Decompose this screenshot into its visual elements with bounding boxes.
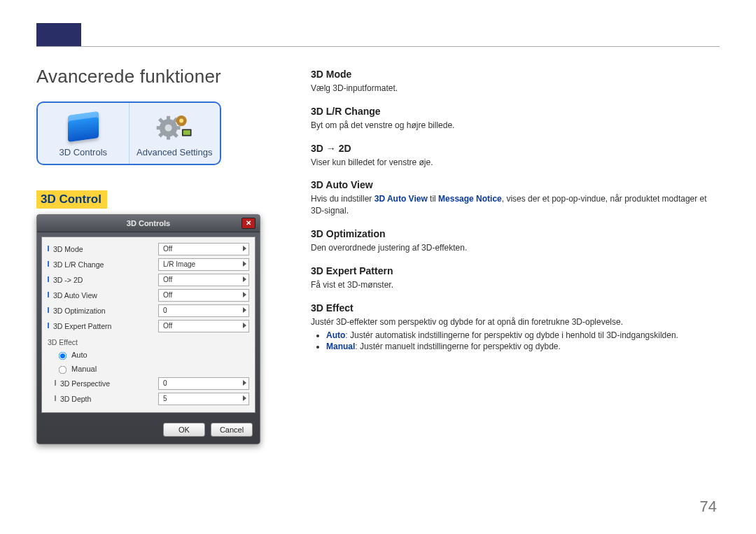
row-value[interactable]: L/R Image xyxy=(158,258,249,271)
header-tab-marker xyxy=(36,23,81,46)
svg-rect-13 xyxy=(183,130,190,135)
row-label: 3D -> 2D xyxy=(48,276,158,284)
row-label: 3D Optimization xyxy=(48,307,158,315)
list-item: Auto: Justér automatisk indstillingerne … xyxy=(326,330,714,340)
heading-3d-lr-change: 3D L/R Change xyxy=(311,106,714,117)
dialog-title-bar: 3D Controls ✕ xyxy=(37,215,260,232)
tile-label: 3D Controls xyxy=(41,148,126,158)
heading-3d-mode: 3D Mode xyxy=(311,69,714,80)
text-3d-optimization: Den overordnede justering af 3D-effekten… xyxy=(311,242,714,254)
bullets-3d-effect: Auto: Justér automatisk indstillingerne … xyxy=(311,330,714,351)
heading-3d-auto-view: 3D Auto View xyxy=(311,179,714,190)
chapter-title: Avancerede funktioner xyxy=(36,66,260,87)
text-3d-effect: Justér 3D-effekter som perspektiv og dyb… xyxy=(311,316,714,328)
row-3d-to-2d: 3D -> 2D Off xyxy=(48,272,249,288)
chevron-right-icon xyxy=(243,246,246,251)
chevron-right-icon xyxy=(243,292,246,297)
dialog-3d-controls: 3D Controls ✕ 3D Mode Off 3D L/R Change … xyxy=(36,214,260,444)
header-rule xyxy=(36,46,720,47)
row-3d-depth: 3D Depth 5 xyxy=(55,391,249,407)
tile-advanced-settings[interactable]: Advanced Settings xyxy=(129,103,220,164)
radio-auto[interactable]: Auto xyxy=(55,348,249,362)
row-label: 3D Perspective xyxy=(55,379,158,388)
row-3d-mode: 3D Mode Off xyxy=(48,241,249,257)
right-column: 3D Mode Vælg 3D-inputformatet. 3D L/R Ch… xyxy=(311,69,714,353)
radio-label: Auto xyxy=(71,351,88,359)
tile-label: Advanced Settings xyxy=(132,148,218,158)
page-number: 74 xyxy=(700,498,717,516)
row-value[interactable]: Off xyxy=(158,274,249,286)
svg-point-1 xyxy=(165,125,172,132)
svg-point-11 xyxy=(179,119,183,123)
inline-term: Message Notice xyxy=(438,194,502,204)
svg-rect-4 xyxy=(157,126,162,129)
cancel-button[interactable]: Cancel xyxy=(211,423,253,437)
chevron-right-icon xyxy=(243,395,246,401)
row-label: 3D Expert Pattern xyxy=(48,322,158,330)
radio-auto-input[interactable] xyxy=(59,352,67,360)
row-value[interactable]: Off xyxy=(158,320,249,332)
row-label: 3D Mode xyxy=(48,245,158,253)
radio-label: Manual xyxy=(71,365,97,373)
cube-icon xyxy=(64,110,102,143)
text-3d-to-2d: Viser kun billedet for venstre øje. xyxy=(311,157,714,169)
row-3d-perspective: 3D Perspective 0 xyxy=(55,376,249,391)
inline-term: 3D Auto View xyxy=(374,194,428,204)
group-3d-effect-title: 3D Effect xyxy=(48,338,249,346)
dialog-title: 3D Controls xyxy=(127,219,170,227)
chevron-right-icon xyxy=(243,380,246,386)
left-column: Avancerede funktioner 3D Controls xyxy=(36,66,260,444)
text-3d-expert-pattern: Få vist et 3D-mønster. xyxy=(311,279,714,291)
text-3d-mode: Vælg 3D-inputformatet. xyxy=(311,83,714,94)
inline-term: Auto xyxy=(326,330,345,340)
chevron-right-icon xyxy=(243,261,246,267)
row-label: 3D Auto View xyxy=(48,291,158,300)
row-label: 3D L/R Change xyxy=(48,260,158,269)
text-3d-auto-view: Hvis du indstiller 3D Auto View til Mess… xyxy=(311,193,714,217)
section-heading-3d-control: 3D Control xyxy=(36,190,107,209)
close-icon[interactable]: ✕ xyxy=(241,218,255,229)
row-3d-optimization: 3D Optimization 0 xyxy=(48,303,249,318)
radio-manual[interactable]: Manual xyxy=(55,362,249,376)
row-value[interactable]: Off xyxy=(158,243,249,255)
row-label: 3D Depth xyxy=(55,395,158,403)
inline-7term: Manual xyxy=(326,342,355,351)
ok-button[interactable]: OK xyxy=(163,423,205,437)
tile-3d-controls[interactable]: 3D Controls xyxy=(38,103,129,164)
list-item: Manual: Justér manuelt indstillingerne f… xyxy=(326,342,714,351)
row-value[interactable]: 0 xyxy=(158,377,249,390)
svg-rect-3 xyxy=(167,135,170,140)
row-value[interactable]: Off xyxy=(158,289,249,302)
gears-icon xyxy=(155,110,193,143)
settings-tiles: 3D Controls xyxy=(36,101,221,165)
row-3d-auto-view: 3D Auto View Off xyxy=(48,288,249,303)
dialog-body: 3D Mode Off 3D L/R Change L/R Image 3D -… xyxy=(41,237,255,413)
chevron-right-icon xyxy=(243,276,246,282)
chevron-right-icon xyxy=(243,323,246,328)
row-value[interactable]: 5 xyxy=(158,393,249,405)
row-3d-lr-change: 3D L/R Change L/R Image xyxy=(48,257,249,272)
heading-3d-effect: 3D Effect xyxy=(311,302,714,314)
heading-3d-optimization: 3D Optimization xyxy=(311,228,714,239)
dialog-footer: OK Cancel xyxy=(37,417,260,444)
text-3d-lr-change: Byt om på det venstre og højre billede. xyxy=(311,120,714,132)
svg-rect-5 xyxy=(176,126,181,129)
heading-3d-to-2d: 3D → 2D xyxy=(311,143,714,154)
chevron-right-icon xyxy=(243,307,246,313)
radio-manual-input[interactable] xyxy=(59,366,67,374)
row-value[interactable]: 0 xyxy=(158,304,249,317)
heading-3d-expert-pattern: 3D Expert Pattern xyxy=(311,265,714,276)
svg-rect-2 xyxy=(167,116,170,121)
row-3d-expert-pattern: 3D Expert Pattern Off xyxy=(48,318,249,334)
